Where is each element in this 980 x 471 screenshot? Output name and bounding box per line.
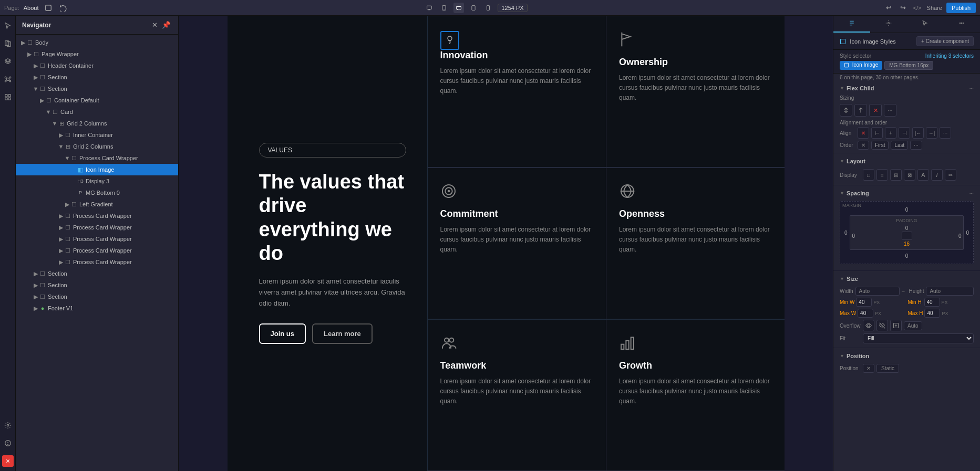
tree-item-process-card1[interactable]: ▼ ☐ Process Card Wrapper + — [16, 152, 178, 164]
spacing-options[interactable]: ··· — [969, 191, 974, 196]
overflow-scroll-btn[interactable] — [890, 320, 902, 331]
tree-toggle[interactable]: ▶ — [58, 259, 64, 266]
publish-button[interactable]: Publish — [946, 3, 976, 13]
learn-more-button[interactable]: Learn more — [312, 323, 373, 344]
error-icon[interactable] — [2, 455, 14, 467]
order-btn-last[interactable]: Last — [891, 141, 908, 150]
device-custom[interactable] — [453, 3, 464, 13]
undo-icon[interactable] — [58, 3, 68, 13]
pages-icon[interactable] — [2, 38, 14, 49]
tree-item-process-card2[interactable]: ▶ ☐ Process Card Wrapper + — [16, 210, 178, 222]
selector-chip-mg-bottom[interactable]: MG Bottom 16px — [884, 61, 933, 70]
tree-toggle[interactable]: ▶ — [33, 305, 39, 312]
width-input[interactable]: Auto — [855, 287, 900, 296]
tree-toggle[interactable]: ▶ — [33, 62, 39, 69]
position-static-btn[interactable]: Static — [876, 364, 899, 373]
selector-chip-icon-image[interactable]: Icon Image — [840, 61, 882, 70]
tree-item-mg-bottom[interactable]: P MG Bottom 0 — [16, 187, 178, 198]
device-mobile-lg[interactable] — [468, 3, 479, 13]
align-btn-right[interactable]: ⊣ — [899, 127, 910, 139]
share-button[interactable]: Share — [927, 5, 942, 11]
tree-item-page-wrapper[interactable]: ▶ ☐ Page Wrapper — [16, 48, 178, 60]
tree-toggle[interactable]: ▶ — [33, 74, 39, 81]
align-btn-stretch-r[interactable]: →| — [926, 127, 937, 139]
tree-toggle[interactable]: ▶ — [58, 132, 64, 139]
create-component-button[interactable]: + Create component — [916, 36, 974, 46]
tree-item-section4[interactable]: ▶ ☐ Section — [16, 279, 178, 291]
code-view-icon[interactable]: </> — [912, 3, 923, 13]
tree-item-process-card3[interactable]: ▶ ☐ Process Card Wrapper + — [16, 222, 178, 233]
sizing-btn-more[interactable]: ··· — [884, 104, 896, 117]
components-icon[interactable] — [2, 74, 14, 85]
tree-toggle[interactable]: ▶ — [33, 294, 39, 300]
tree-toggle[interactable]: ▼ — [45, 109, 51, 115]
tree-toggle[interactable]: ▶ — [58, 224, 64, 231]
align-btn-x[interactable]: ✕ — [858, 127, 869, 139]
sizing-btn-3[interactable]: ✕ — [869, 104, 882, 117]
tree-item-process-card5[interactable]: ▶ ☐ Process Card Wrapper + — [16, 245, 178, 256]
tab-interactions[interactable] — [907, 16, 944, 33]
tree-item-grid2cols1[interactable]: ▼ ⊞ Grid 2 Columns + — [16, 118, 178, 129]
page-icon[interactable] — [43, 3, 54, 13]
join-us-button[interactable]: Join us — [259, 323, 306, 344]
value-cell-innovation[interactable]: 🔷 Icon Image ⚙ Innovation Lorem ipsum do… — [428, 16, 606, 168]
display-grid[interactable]: ⊠ — [904, 169, 915, 181]
tree-item-footer[interactable]: ▶ ● Footer V1 — [16, 302, 178, 314]
display-I[interactable]: I — [931, 169, 943, 181]
height-input[interactable]: Auto — [926, 287, 974, 296]
tree-toggle[interactable]: ▶ — [33, 282, 39, 289]
align-btn-stretch-l[interactable]: |← — [912, 127, 924, 139]
device-tablet[interactable] — [439, 3, 449, 13]
tree-toggle[interactable]: ▶ — [58, 213, 64, 219]
align-btn-more[interactable]: ··· — [940, 127, 951, 139]
tree-toggle[interactable]: ▶ — [64, 201, 70, 208]
min-h-input[interactable] — [924, 298, 940, 307]
align-btn-left[interactable]: ⊢ — [871, 127, 883, 139]
tree-item-icon-image[interactable]: ◧ Icon Image — [16, 164, 178, 175]
tree-item-left-gradient[interactable]: ▶ ☐ Left Gradient — [16, 198, 178, 210]
device-mobile[interactable] — [483, 3, 493, 13]
undo-button[interactable]: ↩ — [884, 3, 894, 13]
assets-icon[interactable] — [2, 91, 14, 103]
tab-style[interactable] — [833, 16, 870, 33]
tree-item-inner-container[interactable]: ▶ ☐ Inner Container — [16, 129, 178, 141]
tree-item-header-container[interactable]: ▶ ☐ Header Container — [16, 60, 178, 71]
min-w-input[interactable] — [856, 298, 872, 307]
order-btn-x[interactable]: ✕ — [858, 141, 869, 150]
settings-icon[interactable] — [2, 420, 14, 431]
display-A[interactable]: A — [917, 169, 929, 181]
overflow-visible-btn[interactable] — [863, 320, 874, 331]
section-header-layout[interactable]: ▼ Layout — [833, 155, 980, 167]
section-header-position[interactable]: ▼ Position — [833, 350, 980, 362]
tab-settings[interactable] — [870, 16, 907, 33]
redo-button[interactable]: ↪ — [898, 3, 908, 13]
section-header-flex-child[interactable]: ▼ Flex Child ··· — [833, 82, 980, 94]
section-header-size[interactable]: ▼ Size — [833, 273, 980, 285]
tree-item-section3[interactable]: ▶ ☐ Section — [16, 268, 178, 279]
tree-item-process-card6[interactable]: ▶ ☐ Process Card Wrapper + — [16, 256, 178, 268]
tree-toggle[interactable]: ▼ — [64, 155, 70, 161]
display-edit[interactable]: ✏ — [945, 169, 956, 181]
sizing-btn-1[interactable] — [840, 104, 852, 117]
section-options[interactable]: ··· — [969, 86, 974, 91]
tree-toggle[interactable]: ▼ — [51, 120, 58, 127]
order-btn-more[interactable]: ··· — [910, 141, 922, 150]
tree-item-section5[interactable]: ▶ ☐ Section — [16, 291, 178, 302]
display-flex-col[interactable]: ⊞ — [890, 169, 902, 181]
alert-icon[interactable] — [2, 437, 14, 449]
tab-more[interactable] — [943, 16, 980, 33]
tree-item-card[interactable]: ▼ ☐ Card — [16, 106, 178, 118]
tree-item-container-default[interactable]: ▶ ☐ Container Default — [16, 95, 178, 106]
tree-item-process-card4[interactable]: ▶ ☐ Process Card Wrapper + — [16, 233, 178, 245]
tree-toggle[interactable]: ▶ — [58, 247, 64, 254]
sidebar-pin-button[interactable]: 📌 — [161, 20, 172, 30]
tree-toggle[interactable]: ▶ — [58, 236, 64, 243]
tree-item-grid2cols2[interactable]: ▼ ⊞ Grid 2 Columns + — [16, 141, 178, 152]
sizing-btn-2[interactable] — [854, 104, 867, 117]
display-flex-row[interactable]: ≡ — [876, 169, 888, 181]
order-btn-first[interactable]: First — [871, 141, 889, 150]
position-x-btn[interactable]: ✕ — [863, 364, 874, 373]
device-desktop[interactable] — [424, 3, 435, 13]
tree-toggle[interactable]: ▼ — [33, 86, 39, 92]
fit-select[interactable]: Fill Contain Cover — [863, 333, 974, 343]
